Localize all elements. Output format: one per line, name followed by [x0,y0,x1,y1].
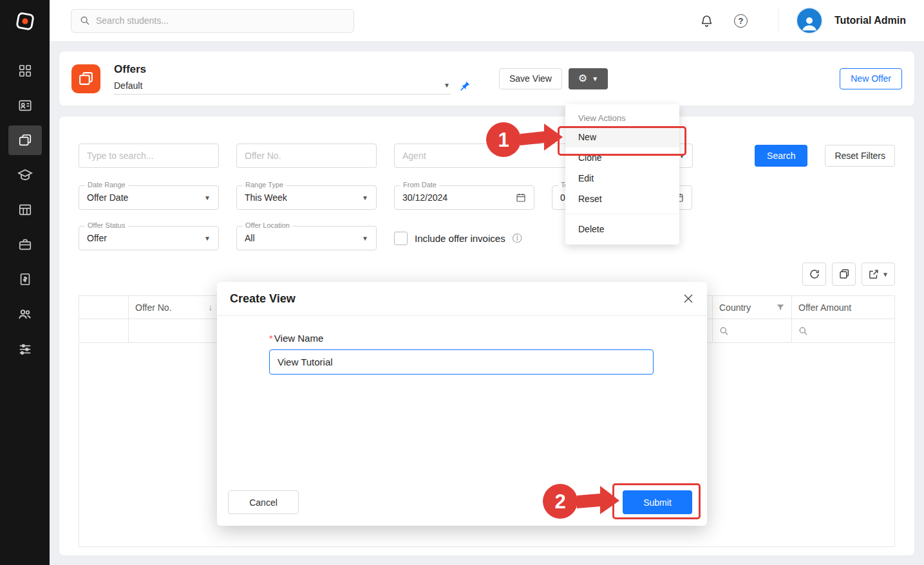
sidebar-item-briefcase[interactable] [8,230,42,259]
chevron-down-icon: ▼ [679,153,685,160]
sidebar-item-invoice[interactable] [8,264,42,294]
save-view-button[interactable]: Save View [499,68,562,89]
global-search[interactable] [71,9,354,33]
sidebar-item-table[interactable] [8,195,42,225]
country-column-header[interactable]: Country [713,296,792,319]
view-name-label-text: View Name [274,333,323,344]
notifications-button[interactable] [700,14,713,28]
search-icon [80,15,90,26]
view-selector[interactable]: Default ▼ [114,80,450,95]
topbar-divider [778,8,779,33]
filter-row-3: Offer Status Offer ▼ Offer Location All … [79,226,895,250]
columns-button[interactable] [832,263,856,286]
menu-item-delete[interactable]: Delete [565,219,679,239]
offer-no-input[interactable] [236,144,377,168]
include-invoices-option: Include offer invoices ⓘ [394,232,522,245]
sidebar-item-people[interactable] [8,299,42,329]
menu-item-new[interactable]: New [565,127,679,147]
sidebar-item-contacts[interactable] [8,91,42,120]
view-actions-button[interactable]: ⚙ ▼ [569,68,608,89]
close-icon [683,293,694,304]
sidebar-item-offers[interactable] [8,125,42,155]
user-icon [800,14,819,33]
export-button[interactable]: ▼ [862,263,895,286]
info-icon: ⓘ [513,232,522,245]
pin-view-button[interactable] [460,80,471,94]
new-offer-button[interactable]: New Offer [840,68,902,89]
range-type-label: Range Type [243,181,286,189]
search-icon [719,326,729,336]
modal-header: Create View [217,282,707,316]
help-button[interactable]: ? [734,14,748,28]
reset-filters-button[interactable]: Reset Filters [825,145,895,167]
cancel-button[interactable]: Cancel [228,490,299,514]
chevron-down-icon: ▼ [362,194,368,201]
keyword-search-input[interactable] [79,144,219,168]
from-date-field[interactable]: From Date 30/12/2024 [394,185,534,210]
offer-no-filter-cell[interactable] [129,319,220,342]
page-title: Offers [114,63,450,76]
filter-funnel-icon[interactable] [776,303,785,312]
filter-row-1: ▼ Search Reset Filters [79,144,895,168]
offer-status-label: Offer Status [85,221,128,229]
offer-amount-header-label: Offer Amount [798,302,851,313]
sidebar-item-education[interactable] [8,160,42,190]
sidebar-item-sliders[interactable] [8,334,42,364]
country-header-label: Country [719,302,751,313]
title-block: Offers Default ▼ [114,63,450,95]
table-icon [18,203,32,217]
select-column-header [79,296,129,319]
modal-close-button[interactable] [683,293,694,304]
from-date-value: 30/12/2024 [402,192,448,203]
include-invoices-label: Include offer invoices [415,233,505,244]
contacts-icon [18,98,32,113]
chevron-down-icon: ▼ [204,235,211,242]
sliders-icon [18,342,32,356]
avatar[interactable] [796,7,823,34]
sidebar-item-dashboard[interactable] [8,56,42,86]
menu-item-clone[interactable]: Clone [565,147,679,168]
search-icon [798,326,808,336]
briefcase-icon [18,237,32,252]
view-name-input[interactable] [269,349,654,375]
app-window: ? Tutorial Admin Offers Default ▼ [0,0,924,565]
offer-status-value: Offer [87,233,107,243]
search-button[interactable]: Search [755,145,807,167]
copy-columns-icon [838,268,850,280]
offer-location-value: All [245,233,255,243]
country-filter-cell[interactable] [713,319,792,342]
menu-divider [565,214,679,214]
offer-no-column-header[interactable]: Offer No. ↓ [129,296,220,319]
page-header-card: Offers Default ▼ Save View ⚙ ▼ New Offer [59,51,915,106]
menu-item-reset[interactable]: Reset [565,189,679,209]
export-icon [868,269,879,280]
logo-icon [14,10,36,32]
sort-descending-icon[interactable]: ↓ [209,302,213,312]
offer-amount-filter-cell[interactable] [792,319,894,342]
date-range-label: Date Range [85,181,128,189]
submit-button[interactable]: Submit [623,490,692,514]
invoice-icon [18,272,32,286]
include-invoices-checkbox[interactable] [394,232,408,245]
chevron-down-icon: ▼ [882,271,889,278]
view-name-label: *View Name [269,333,654,344]
app-logo[interactable] [0,0,50,42]
people-icon [17,306,33,322]
view-actions-menu: View Actions New Clone Edit Reset Delete [565,104,679,245]
filter-row-2: Date Range Offer Date ▼ Range Type This … [79,185,895,210]
offer-location-label: Offer Location [243,221,292,229]
refresh-icon [809,268,820,280]
calendar-icon [516,192,526,203]
offer-amount-column-header[interactable]: Offer Amount [792,296,894,319]
from-date-label: From Date [401,181,439,189]
offer-status-select[interactable]: Offer Status Offer ▼ [79,226,219,250]
search-input[interactable] [96,15,345,26]
create-view-modal: Create View *View Name Cancel Submit [217,282,707,526]
date-range-select[interactable]: Date Range Offer Date ▼ [79,185,219,210]
topbar: ? Tutorial Admin [50,0,924,42]
chevron-down-icon: ▼ [362,235,368,242]
refresh-button[interactable] [802,263,826,286]
menu-item-edit[interactable]: Edit [565,168,679,189]
range-type-select[interactable]: Range Type This Week ▼ [236,185,377,210]
offer-location-select[interactable]: Offer Location All ▼ [236,226,377,250]
